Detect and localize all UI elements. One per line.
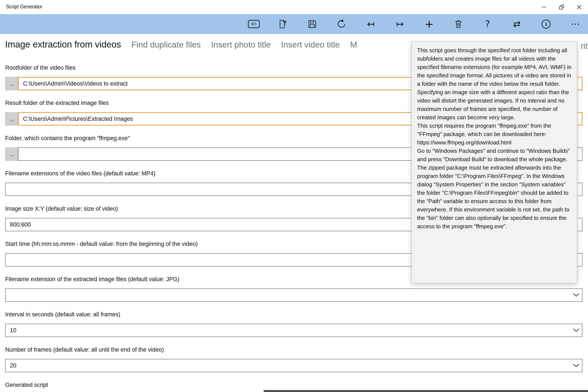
tab-insert-video-title[interactable]: Insert video title bbox=[281, 40, 340, 50]
arrow-right-bar-icon[interactable]: ↦ bbox=[394, 18, 406, 30]
save-script-icon[interactable] bbox=[306, 18, 318, 30]
minimize-button[interactable] bbox=[535, 0, 553, 14]
interval-combobox[interactable] bbox=[5, 324, 582, 337]
image-extension-combobox[interactable] bbox=[5, 288, 582, 302]
tab-image-extraction[interactable]: Image extraction from videos bbox=[5, 39, 121, 50]
title-bar: Script Generator bbox=[0, 0, 588, 14]
frame-count-combobox[interactable] bbox=[5, 359, 582, 372]
generated-script-label: Generated script bbox=[5, 382, 48, 388]
script-description-tooltip: This script goes through the specified r… bbox=[411, 41, 577, 283]
close-icon bbox=[577, 5, 582, 10]
interval-label: Interval in seconds (default value: all … bbox=[5, 311, 120, 318]
restore-icon bbox=[559, 5, 564, 10]
command-prompt-label: C:\ bbox=[252, 22, 256, 26]
tab-partial-1[interactable]: M bbox=[350, 40, 357, 50]
generated-script-box[interactable] bbox=[264, 390, 588, 392]
tab-partial-2[interactable]: rit bbox=[581, 41, 588, 51]
open-script-icon[interactable] bbox=[277, 18, 289, 30]
frame-count-label: Number of frames (default value: all unt… bbox=[5, 346, 164, 353]
minimize-icon bbox=[542, 7, 546, 7]
command-prompt-icon[interactable]: C:\ bbox=[248, 18, 260, 30]
ffmpeg-folder-browse-button[interactable]: ... bbox=[5, 148, 18, 161]
restore-button[interactable] bbox=[553, 0, 570, 14]
refresh-icon[interactable] bbox=[335, 18, 348, 30]
window-controls bbox=[535, 0, 588, 14]
result-folder-label: Result folder of the extracted image fil… bbox=[5, 100, 109, 106]
add-script-icon[interactable]: + bbox=[423, 18, 436, 30]
swap-icon[interactable]: ⇄ bbox=[511, 18, 523, 30]
extensions-label: Filename extensions of the video files (… bbox=[5, 170, 156, 177]
tab-bar: Image extraction from videos Find duplic… bbox=[5, 39, 357, 50]
image-size-label: Image size X:Y (default value: size of v… bbox=[5, 206, 118, 212]
image-extension-label: Filename extension of the extracted imag… bbox=[5, 276, 179, 282]
start-time-label: Start time (hh:mm:ss.mmm - default value… bbox=[5, 241, 198, 247]
result-folder-browse-button[interactable]: ... bbox=[5, 112, 18, 126]
ffmpeg-folder-label: Folder, which contains the program "ffmp… bbox=[5, 135, 130, 142]
delete-script-icon[interactable] bbox=[452, 18, 465, 30]
info-icon[interactable]: i bbox=[540, 18, 552, 30]
help-icon[interactable]: ? bbox=[482, 18, 494, 30]
more-icon[interactable]: ⋯ bbox=[569, 18, 582, 30]
rootfolder-label: Rootfolder of the video files bbox=[5, 64, 76, 71]
window-title: Script Generator bbox=[6, 4, 42, 10]
tab-find-duplicates[interactable]: Find duplicate files bbox=[131, 40, 201, 50]
close-button[interactable] bbox=[570, 0, 588, 14]
toolbar: C:\ ↤ ↦ + bbox=[0, 14, 588, 34]
arrow-left-bar-icon[interactable]: ↤ bbox=[364, 18, 377, 30]
tab-insert-photo-title[interactable]: Insert photo title bbox=[211, 40, 271, 50]
rootfolder-browse-button[interactable]: ... bbox=[5, 77, 18, 90]
